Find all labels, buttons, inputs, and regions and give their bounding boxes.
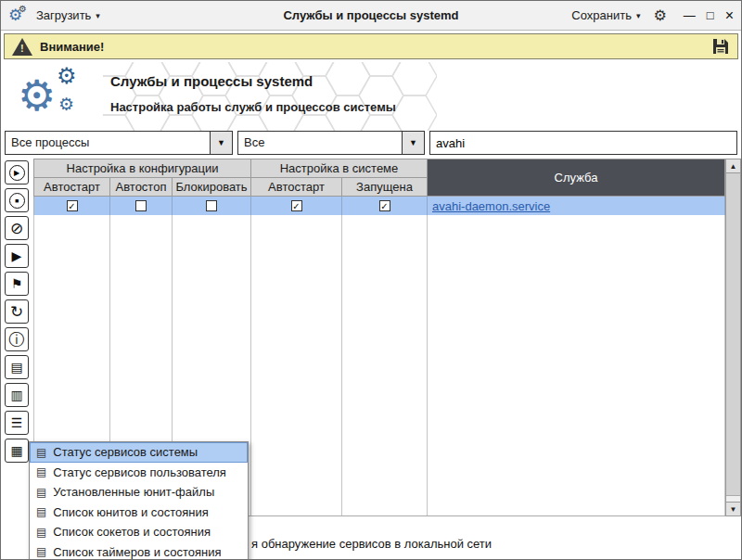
chevron-down-icon: ▾: [636, 11, 641, 20]
group-header-config: Настройка в конфигурации: [34, 159, 251, 178]
chevron-down-icon[interactable]: ▼: [402, 132, 424, 154]
maximize-button[interactable]: □: [707, 9, 714, 22]
checkbox[interactable]: [135, 200, 147, 211]
minimize-button[interactable]: —: [684, 9, 696, 22]
list-icon: ▤: [36, 465, 46, 478]
list-icon: ▤: [36, 505, 46, 518]
checkbox-cell: [173, 197, 251, 215]
floppy-icon: [711, 37, 730, 56]
scroll-up-button[interactable]: ▲: [726, 159, 740, 173]
menu-item-label: Список сокетов и состояния: [53, 525, 211, 539]
save-icon[interactable]: [711, 37, 730, 56]
play-circle-icon: ▶: [9, 165, 25, 181]
column-header-autostart-system[interactable]: Автостарт: [251, 178, 342, 197]
gear-icon: ⚙: [58, 95, 74, 114]
stop-service-button[interactable]: ■: [5, 188, 29, 212]
column-header-service[interactable]: Служба: [428, 159, 725, 197]
load-menu-label: Загрузить: [36, 8, 91, 22]
column-header-running[interactable]: Запущена: [342, 178, 428, 197]
app-window: ⚙ ⚙ Загрузить ▾ Службы и процессы system…: [0, 0, 742, 560]
service-cell: avahi-daemon.service: [428, 197, 725, 215]
gear-icon: ⚙: [19, 4, 27, 15]
chevron-down-icon[interactable]: ▼: [210, 132, 232, 154]
service-link[interactable]: avahi-daemon.service: [432, 199, 550, 213]
menu-item-label: Список таймеров и состояния: [53, 545, 221, 559]
module-header: ⚙ ⚙ ⚙ Службы и процессы systemd Настройк…: [1, 62, 741, 131]
refresh-icon: ↻: [10, 304, 23, 320]
units-table-button[interactable]: ▦: [5, 439, 29, 463]
scroll-down-button[interactable]: ▼: [726, 502, 740, 515]
menu-item-label: Установленные юнит-файлы: [53, 485, 214, 499]
menu-item-label: Статус сервисов пользователя: [53, 465, 226, 479]
stop-circle-icon: ■: [9, 193, 25, 209]
menu-item-installed-unit-files[interactable]: ▤ Установленные юнит-файлы: [30, 482, 248, 503]
vertical-scrollbar[interactable]: ▲ ▼: [725, 159, 741, 516]
menu-item-user-services-status[interactable]: ▤ Статус сервисов пользователя: [30, 463, 248, 483]
document-icon: ▤: [10, 361, 22, 374]
column-header-block[interactable]: Блокировать: [173, 178, 251, 197]
list-icon: ▤: [36, 545, 46, 558]
checkbox[interactable]: ✓: [67, 200, 78, 211]
app-icon: ⚙ ⚙: [8, 6, 29, 26]
gear-icon: ⚙: [57, 64, 77, 88]
journal-icon: ▥: [10, 388, 22, 401]
load-menu-button[interactable]: Загрузить ▾: [36, 8, 100, 22]
process-filter-value: Все процессы: [6, 132, 210, 154]
scroll-thumb[interactable]: [726, 173, 740, 496]
column-header-autostop[interactable]: Автостоп: [110, 178, 173, 197]
process-filter-select[interactable]: Все процессы ▼: [5, 131, 233, 155]
table-row[interactable]: ✓ ✓ ✓ avahi-daemon.service: [33, 197, 725, 215]
status-menu-button[interactable]: ☰: [5, 411, 29, 435]
checkbox-cell: ✓: [251, 197, 342, 215]
list-icon: ▤: [36, 526, 46, 539]
menu-item-system-services-status[interactable]: ▤ Статус сервисов системы: [30, 442, 248, 463]
page-subtitle: Настройка работы служб и процессов систе…: [110, 100, 396, 114]
search-input[interactable]: [429, 131, 737, 155]
unit-file-button[interactable]: ▤: [5, 355, 29, 379]
menu-item-label: Статус сервисов системы: [53, 445, 198, 459]
prohibit-icon: ⊘: [10, 221, 23, 236]
checkbox-cell: ✓: [342, 197, 428, 215]
flag-icon: ⚑: [11, 277, 23, 290]
empty-column: [251, 215, 342, 515]
save-menu-button[interactable]: Сохранить ▾: [571, 8, 640, 22]
empty-column: [428, 215, 725, 515]
checkbox-cell: ✓: [34, 197, 110, 215]
menu-item-timers-list[interactable]: ▤ Список таймеров и состояния: [30, 542, 248, 560]
menu-item-sockets-list[interactable]: ▤ Список сокетов и состояния: [30, 522, 248, 542]
journal-button[interactable]: ▥: [5, 383, 29, 407]
info-button[interactable]: ⓘ: [5, 327, 29, 351]
status-text: я обнаружение сервисов в локальной сети: [251, 537, 492, 551]
state-filter-value: Все: [238, 132, 402, 154]
gear-icon: ⚙: [18, 71, 56, 120]
menu-item-label: Список юнитов и состояния: [53, 505, 208, 519]
table-header: Настройка в конфигурации Настройка в сис…: [33, 159, 725, 197]
start-service-button[interactable]: ▶: [5, 160, 29, 185]
checkbox[interactable]: [206, 200, 217, 211]
module-logo: ⚙ ⚙ ⚙: [18, 64, 101, 129]
mark-service-button[interactable]: ⚑: [5, 272, 29, 296]
empty-column: [342, 215, 428, 515]
list-icon: ▤: [36, 446, 46, 459]
column-header-autostart-config[interactable]: Автостарт: [34, 178, 110, 197]
state-filter-select[interactable]: Все ▼: [237, 131, 425, 155]
checkbox[interactable]: ✓: [379, 200, 390, 211]
run-service-button[interactable]: ▶: [5, 244, 29, 268]
close-button[interactable]: ×: [725, 9, 734, 22]
list-icon: ▤: [36, 486, 46, 499]
grid-icon: ▦: [10, 444, 22, 457]
filter-row: Все процессы ▼ Все ▼: [1, 131, 741, 155]
warning-label: Внимание!: [40, 40, 104, 54]
play-icon: ▶: [12, 249, 22, 262]
checkbox[interactable]: ✓: [291, 200, 302, 211]
list-icon: ☰: [11, 416, 23, 429]
save-menu-label: Сохранить: [571, 8, 632, 22]
group-header-system: Настройка в системе: [251, 159, 428, 178]
chevron-down-icon: ▾: [96, 11, 100, 20]
refresh-button[interactable]: ↻: [5, 299, 29, 324]
disable-service-button[interactable]: ⊘: [5, 216, 29, 240]
warning-icon: !: [12, 38, 32, 56]
info-icon: ⓘ: [9, 332, 25, 348]
settings-gear-button[interactable]: ⚙: [653, 6, 666, 24]
menu-item-units-list[interactable]: ▤ Список юнитов и состояния: [30, 503, 248, 523]
